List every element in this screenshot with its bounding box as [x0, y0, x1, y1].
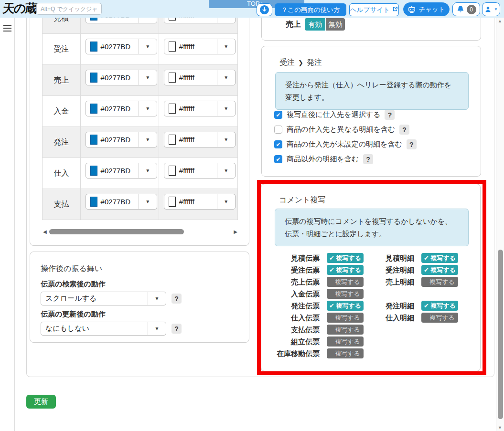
- copy-toggle-button[interactable]: ✔ 複写する: [421, 253, 458, 263]
- sales-enabled-button[interactable]: 有効: [305, 18, 325, 31]
- color-select[interactable]: #ffffff ▼: [164, 194, 236, 210]
- checkbox[interactable]: ✔: [274, 111, 282, 119]
- sales-disabled-button[interactable]: 無効: [326, 18, 345, 31]
- copy-toggle-button[interactable]: 複写する: [327, 336, 364, 347]
- color-hex-value: #ffffff: [179, 198, 217, 206]
- color-cell: #0277BD ▼: [81, 189, 159, 220]
- color-table-row: 仕入 #0277BD ▼ #ffffff ▼: [43, 158, 237, 189]
- checkbox-label: 商品の仕入先が未設定の明細を含む: [287, 140, 402, 149]
- color-select[interactable]: #ffffff ▼: [164, 101, 236, 116]
- chevron-down-icon: ▼: [139, 70, 157, 85]
- chevron-down-icon: ▼: [139, 39, 157, 54]
- comment-copy-row: 発注伝票✔ 複写する発注明細✔ 複写する: [261, 301, 480, 313]
- relay-checkbox-row: 商品の仕入先と異なる明細を含む?: [274, 122, 417, 137]
- help-button[interactable]: ?: [385, 110, 395, 120]
- copy-toggle-button[interactable]: 複写する: [327, 325, 364, 335]
- comment-copy-row: 受注伝票✔ 複写する受注明細✔ 複写する: [261, 265, 480, 277]
- bell-icon: [457, 5, 464, 13]
- color-select[interactable]: #ffffff ▼: [164, 163, 236, 179]
- user-icon: [484, 6, 492, 13]
- color-select[interactable]: #ffffff ▼: [164, 39, 236, 54]
- relay-description: 受注から発注（仕入）へリレー登録する際の動作を変更します。: [275, 72, 469, 110]
- chat-label: チャット: [418, 5, 445, 14]
- help-button[interactable]: ?: [399, 125, 409, 135]
- doc-type-label: 受注: [43, 34, 81, 64]
- help-site-label: ヘルプサイト: [350, 6, 390, 14]
- horizontal-scrollbar[interactable]: ◀ ▶: [43, 228, 237, 236]
- doc-copy-label: 支払伝票: [261, 326, 320, 335]
- color-hex-value: #ffffff: [179, 74, 217, 82]
- color-cell: #ffffff ▼: [159, 189, 237, 220]
- checkbox[interactable]: ✔: [274, 155, 282, 163]
- color-select[interactable]: #0277BD ▼: [86, 163, 157, 179]
- color-select[interactable]: #0277BD ▼: [86, 101, 157, 116]
- comment-copy-row: 組立伝票複写する: [261, 336, 480, 348]
- relay-checkbox-row: ✔商品の仕入先が未設定の明細を含む?: [274, 137, 417, 152]
- scroll-right-icon[interactable]: ▶: [234, 229, 237, 234]
- color-select[interactable]: #0277BD ▼: [86, 194, 157, 210]
- update-behavior-help-button[interactable]: ?: [172, 324, 182, 334]
- search-behavior-select[interactable]: スクロールする ▼: [41, 292, 166, 305]
- scroll-left-icon[interactable]: ◀: [43, 229, 47, 234]
- color-select[interactable]: #0277BD ▼: [86, 132, 157, 147]
- doc-copy-label: 見積伝票: [261, 254, 320, 263]
- doc-type-label: 入金: [43, 96, 81, 126]
- horizontal-scrollbar-thumb[interactable]: [49, 229, 184, 234]
- color-swatch: [169, 197, 176, 207]
- color-cell: #0277BD ▼: [81, 96, 159, 126]
- comment-copy-description: 伝票の複写時にコメントを複写するかしないかを、伝票・明細ごとに設定します。: [275, 209, 469, 246]
- update-button[interactable]: 更新: [26, 395, 56, 409]
- scroll-up-icon[interactable]: ▲: [498, 19, 502, 23]
- color-cell: #ffffff ▼: [159, 34, 237, 64]
- detail-copy-label: 受注明細: [356, 266, 414, 275]
- screen-usage-help-button[interactable]: ？この画面の使い方: [275, 3, 346, 16]
- menu-icon[interactable]: [3, 25, 11, 33]
- color-select[interactable]: #0277BD ▼: [86, 70, 157, 85]
- chat-button[interactable]: チャット: [403, 2, 450, 16]
- copy-toggle-button[interactable]: 複写する: [421, 313, 458, 323]
- notifications-button[interactable]: 0: [452, 2, 480, 16]
- user-menu-button[interactable]: ▼: [482, 2, 500, 16]
- color-hex-value: #0277BD: [101, 74, 139, 82]
- search-behavior-help-button[interactable]: ?: [172, 294, 182, 304]
- color-swatch: [169, 135, 176, 145]
- color-swatch: [169, 73, 176, 83]
- help-site-button[interactable]: ヘルプサイト: [349, 3, 399, 16]
- color-select[interactable]: #ffffff ▼: [164, 70, 236, 85]
- comment-copy-row: 支払伝票複写する: [261, 325, 480, 336]
- comment-copy-row: 仕入伝票複写する仕入明細複写する: [261, 313, 480, 325]
- help-button[interactable]: ?: [363, 154, 373, 164]
- scroll-down-button[interactable]: [257, 3, 272, 16]
- detail-copy-label: 見積明細: [356, 254, 414, 263]
- copy-toggle-button[interactable]: 複写する: [327, 289, 364, 299]
- checkbox[interactable]: [274, 126, 282, 134]
- color-table-row: 入金 #0277BD ▼ #ffffff ▼: [43, 96, 237, 127]
- vertical-scrollbar[interactable]: ▲ ▼: [496, 18, 504, 431]
- doc-type-label: 支払: [43, 189, 81, 220]
- doc-copy-label: 組立伝票: [261, 337, 320, 347]
- copy-toggle-button[interactable]: 複写する: [327, 348, 364, 358]
- help-button[interactable]: ?: [407, 139, 417, 149]
- vertical-scrollbar-thumb[interactable]: [498, 250, 503, 419]
- color-select[interactable]: #0277BD ▼: [86, 39, 157, 54]
- quick-jump-input[interactable]: [36, 3, 102, 15]
- color-swatch: [169, 42, 176, 52]
- doc-copy-label: 受注伝票: [261, 266, 320, 275]
- comment-copy-title: コメント複写: [279, 195, 326, 205]
- copy-toggle-button[interactable]: ✔ 複写する: [421, 265, 458, 275]
- relay-checkbox-row: ✔複写直後に仕入先を選択する?: [274, 107, 417, 122]
- copy-toggle-button[interactable]: ✔ 複写する: [421, 301, 458, 311]
- update-behavior-select[interactable]: なにもしない ▼: [41, 322, 166, 336]
- chevron-down-icon: ▼: [494, 7, 498, 11]
- color-table-row: 支払 #0277BD ▼ #ffffff ▼: [43, 189, 237, 220]
- color-hex-value: #0277BD: [101, 136, 139, 144]
- notification-count-badge: 0: [467, 5, 476, 14]
- checkbox[interactable]: ✔: [274, 140, 282, 148]
- copy-toggle-button[interactable]: 複写する: [421, 277, 458, 287]
- color-select[interactable]: #ffffff ▼: [164, 132, 236, 147]
- app-header: 天の蔵 TOPへ ？この画面の使い方 ヘルプサイト チャット 0: [0, 0, 504, 18]
- scroll-down-icon[interactable]: ▼: [498, 425, 502, 430]
- chevron-down-icon: ▼: [139, 132, 157, 147]
- app-logo[interactable]: 天の蔵: [2, 0, 37, 16]
- relay-title-to: 発注: [307, 58, 322, 68]
